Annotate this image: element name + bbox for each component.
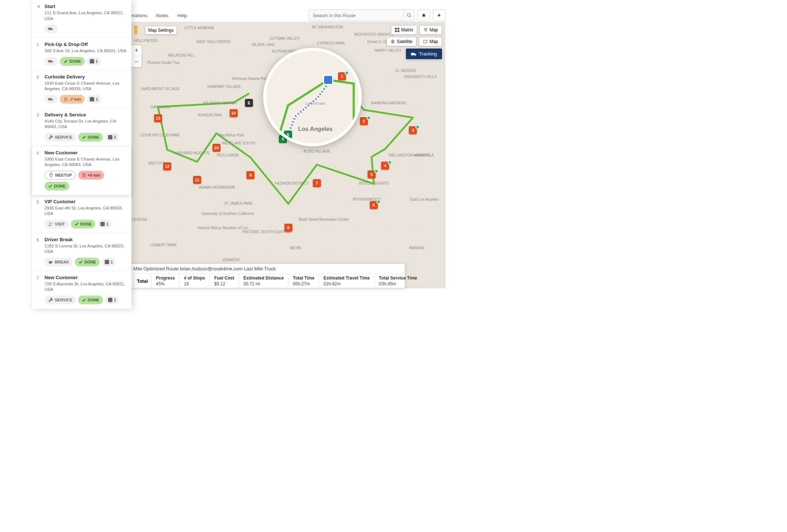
stop-item[interactable]: 2Curbside Delivery1835 East Cesar E Chav…	[32, 70, 131, 108]
svg-point-14	[412, 55, 413, 56]
stop-type-badge: BREAK	[45, 258, 73, 266]
stop-count-badge: 1	[87, 95, 101, 104]
stop-address: 200 S Ave 19, Los Angeles, CA 90031, USA	[45, 48, 127, 54]
stop-item[interactable]: Start111 S Grand Ave, Los Angeles, CA 90…	[32, 0, 131, 38]
summary-stat: Total Time05h:27m	[288, 274, 319, 288]
map-marker[interactable]: 7	[313, 179, 321, 187]
stop-item[interactable]: 5VIP Customer2936 East 4th St, Los Angel…	[32, 195, 131, 233]
map-marker[interactable]: 11	[193, 176, 201, 184]
stop-type-badge: SERVICE	[45, 296, 76, 304]
home-icon	[37, 4, 41, 9]
stat-value: 05h:27m	[293, 281, 314, 286]
zoom-out-button[interactable]: −	[131, 56, 142, 67]
zoom-in-button[interactable]: +	[131, 45, 142, 56]
map-marker[interactable]: E	[245, 99, 253, 107]
stat-header: Progress	[156, 275, 175, 281]
map-marker[interactable]: 2	[360, 117, 368, 125]
stop-type-badge: MEETUP	[45, 171, 76, 180]
nav-notes[interactable]: Notes	[156, 13, 169, 18]
stop-item[interactable]: 1Pick-Up & Drop-Off200 S Ave 19, Los Ang…	[32, 38, 131, 70]
stat-header: Total Service Time	[379, 275, 417, 281]
map-settings-button[interactable]: Map Settings	[145, 26, 177, 35]
search-input[interactable]	[309, 13, 403, 18]
stop-number: 4	[37, 151, 39, 156]
svg-point-28	[49, 222, 51, 224]
top-toolbar: Operations Notes Help	[124, 9, 445, 22]
stop-type-badge	[45, 24, 58, 33]
summary-stat: Progress45%	[151, 274, 180, 288]
stat-value: 45%	[156, 281, 175, 286]
stop-done-badge: DONE	[60, 57, 85, 66]
map-marker[interactable]: 3	[409, 126, 417, 134]
map-marker[interactable]: 9	[246, 171, 254, 179]
map-marker[interactable]: 13	[154, 114, 162, 122]
bolt-button[interactable]	[433, 9, 445, 21]
summary-stat: Estimated Travel Time01h:42m	[319, 274, 375, 288]
stop-title: New Customer	[45, 275, 127, 280]
svg-rect-9	[398, 30, 399, 32]
pegman-icon[interactable]	[131, 25, 141, 36]
stop-item[interactable]: 4New Customer3300 East Cesar E Chavez Av…	[32, 146, 131, 195]
zoom-controls: + −	[131, 45, 142, 68]
matrix-label: Matrix	[401, 27, 413, 32]
stop-title: Start	[45, 4, 127, 9]
map-marker[interactable]: 4	[381, 162, 389, 170]
tracking-label: Tracking	[419, 51, 437, 57]
stop-time-badge: -7 min	[60, 95, 85, 104]
map-marker[interactable]: 6	[370, 201, 378, 209]
stop-title: Pick-Up & Drop-Off	[45, 42, 127, 47]
map-marker[interactable]: 5	[368, 170, 376, 178]
svg-point-4	[134, 26, 138, 29]
stop-number: 6	[37, 238, 39, 243]
stat-header: Estimated Travel Time	[323, 275, 370, 281]
svg-rect-13	[411, 53, 414, 55]
map-marker[interactable]: 10	[212, 144, 220, 152]
stop-item[interactable]: 3Delivery & Service4140 City Terrace Dr,…	[32, 108, 131, 146]
stop-item[interactable]: 6Driver Break1182 S Lorena St, Los Angel…	[32, 233, 131, 271]
map-canvas[interactable]: LITTLE ARMENIAEAST HOLLYWOODHOLLYWOODMEL…	[124, 22, 445, 288]
stop-title: Delivery & Service	[45, 112, 127, 117]
matrix-toggle[interactable]: Matrix	[391, 25, 417, 35]
map-marker[interactable]: 14	[230, 109, 238, 117]
stop-badges: VISIT DONE 1	[45, 220, 127, 228]
summary-stat: Total Service Time03h:45m	[375, 274, 422, 288]
svg-rect-22	[48, 98, 51, 100]
map-layer-label: Map	[430, 39, 438, 44]
stop-number: 1	[37, 42, 39, 47]
summary-stat: Estimated Distance30.72 mi	[239, 274, 289, 288]
map-toggle[interactable]: Map	[419, 25, 442, 35]
route-summary: Last Mile Optimized Route brian.hudson@r…	[119, 263, 405, 288]
svg-point-23	[49, 100, 50, 101]
stat-value: 01h:42m	[323, 281, 370, 286]
svg-point-21	[52, 62, 53, 63]
svg-rect-7	[398, 28, 399, 30]
svg-point-20	[49, 62, 50, 63]
stop-done-badge: DONE	[78, 296, 103, 304]
stop-type-badge	[45, 95, 58, 104]
satellite-toggle[interactable]: Satellite	[387, 37, 416, 46]
summary-title: Last Mile Optimized Route brian.hudson@r…	[119, 264, 405, 274]
stop-address: 111 S Grand Ave, Los Angeles, CA 90012, …	[45, 10, 127, 22]
stop-count-badge: 1	[87, 57, 101, 66]
stop-type-badge: SERVICE	[45, 133, 76, 142]
stop-done-badge: DONE	[45, 182, 69, 190]
stop-time-badge: +5 min	[78, 171, 104, 180]
stat-header: Total Time	[293, 275, 314, 281]
stat-header: Estimated Distance	[243, 275, 284, 281]
svg-rect-19	[48, 60, 51, 62]
stat-header: # of Stops	[184, 275, 205, 281]
search-box[interactable]	[309, 9, 415, 21]
map-marker[interactable]: 8	[284, 224, 292, 232]
map-layer-toggle[interactable]: Map	[419, 37, 442, 46]
nav-help[interactable]: Help	[177, 13, 187, 18]
map-marker[interactable]: 12	[163, 162, 171, 170]
stop-number: 7	[37, 275, 39, 281]
stop-count-badge: 1	[102, 258, 116, 266]
svg-marker-12	[423, 40, 427, 43]
tracking-button[interactable]: Tracking	[406, 49, 442, 59]
search-icon[interactable]	[403, 10, 414, 21]
stop-title: Curbside Delivery	[45, 74, 127, 80]
svg-point-15	[415, 55, 416, 56]
favorite-button[interactable]	[418, 9, 430, 21]
stop-item[interactable]: 7New Customer726 S Alameda St, Los Angel…	[32, 271, 131, 309]
